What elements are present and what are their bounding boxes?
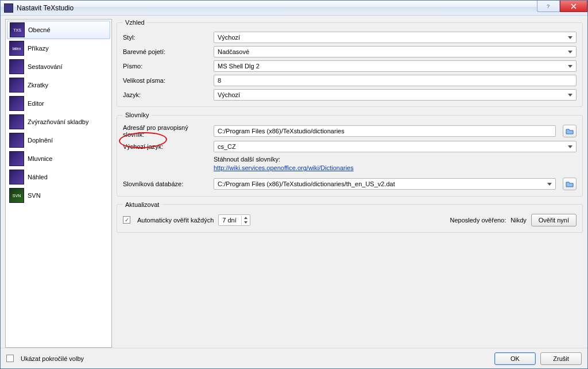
sidebar-item-shortcuts[interactable]: Zkratky [7,76,110,94]
sidebar-item-label: Editor [28,100,44,107]
commands-icon: latex [9,41,24,56]
dictionaries-legend: Slovníky [123,112,152,118]
sidebar-item-label: Obecné [28,26,51,33]
dictdir-browse-button[interactable] [563,125,577,137]
sidebar-item-preview[interactable]: Náhled [7,168,110,186]
sidebar-item-build[interactable]: Sestavování [7,57,110,76]
shortcuts-icon [9,78,24,93]
help-button[interactable]: ? [537,1,560,12]
lang-label: Jazyk: [123,91,210,98]
db-label: Slovníková databáze: [123,180,210,187]
cancel-button[interactable]: Zrušit [540,352,582,365]
dialog-footer: Ukázat pokročilé volby OK Zrušit [1,348,587,368]
deflang-select[interactable]: cs_CZ [214,141,577,152]
syntax-icon [9,114,24,129]
appearance-group: Vzhled Styl: Výchozí Barevné pojetí: Nad… [117,19,583,107]
download-link[interactable]: http://wiki.services.openoffice.org/wiki… [214,164,354,171]
check-now-button[interactable]: Ověřit nyní [531,214,577,226]
dictdir-input[interactable]: C:/Program Files (x86)/TeXstudio/diction… [214,125,556,137]
sidebar-item-grammar[interactable]: Mluvnice [7,149,110,168]
color-select[interactable]: Nadčasové [214,46,577,57]
sidebar-item-completion[interactable]: Doplnění [7,131,110,149]
lastcheck-label: Neposledy ověřeno: [450,217,506,224]
advanced-label: Ukázat pokročilé volby [21,355,84,362]
spin-up-icon[interactable] [241,216,249,220]
sidebar-item-syntax[interactable]: Zvýrazňování skladby [7,113,110,131]
sidebar-item-label: SVN [28,192,41,199]
sidebar-item-commands[interactable]: latex Příkazy [7,39,110,57]
settings-window: Nastavit TeXstudio ? TXS Obecné latex Př… [0,0,588,369]
titlebar: Nastavit TeXstudio ? [1,1,587,16]
appearance-legend: Vzhled [123,19,147,26]
sidebar-item-label: Zkratky [28,82,48,89]
fontsize-label: Velikost písma: [123,77,210,84]
sidebar-item-general[interactable]: TXS Obecné [7,21,110,39]
autocheck-checkbox[interactable] [123,216,130,224]
font-label: Písmo: [123,63,210,70]
interval-spinbox[interactable]: 7 dní [218,214,250,226]
sidebar-item-label: Náhled [28,174,48,180]
sidebar-item-label: Doplnění [28,137,53,144]
sidebar-item-editor[interactable]: Editor [7,94,110,113]
dictdir-label: Adresář pro pravopisný slovník: [123,124,210,138]
download-label: Stáhnout další slovníky: [214,155,577,164]
download-dictionaries: Stáhnout další slovníky: http://wiki.ser… [214,155,577,173]
ok-button[interactable]: OK [494,352,536,365]
db-browse-button[interactable] [563,178,577,190]
folder-open-icon [566,128,574,134]
advanced-checkbox[interactable] [6,355,14,362]
build-icon [9,59,24,74]
preview-icon [9,170,24,184]
window-title: Nastavit TeXstudio [17,4,537,12]
folder-open-icon [566,180,574,187]
deflang-label: Výchozí jazyk: [123,143,210,150]
general-icon: TXS [10,22,25,37]
content-panel: Vzhled Styl: Výchozí Barevné pojetí: Nad… [117,19,583,348]
svg-text:?: ? [547,3,550,9]
sidebar-item-label: Mluvnice [28,155,52,162]
update-group: Aktualizovat Automaticky ověřit každých … [117,201,583,233]
color-label: Barevné pojetí: [123,48,210,55]
lastcheck-value: Nikdy [510,217,527,224]
svn-icon: SVN [9,188,24,203]
sidebar-item-svn[interactable]: SVN SVN [7,186,110,205]
update-legend: Aktualizovat [123,201,161,208]
db-select[interactable]: C:/Program Files (x86)/TeXstudio/diction… [214,178,556,190]
fontsize-input[interactable]: 8 [214,75,577,86]
app-icon [4,3,13,13]
sidebar-item-label: Sestavování [28,63,63,70]
style-select[interactable]: Výchozí [214,32,577,43]
dictionaries-group: Slovníky Adresář pro pravopisný slovník:… [117,112,583,197]
sidebar-item-label: Příkazy [28,45,49,52]
completion-icon [9,133,24,148]
window-buttons: ? [537,1,587,15]
autocheck-label: Automaticky ověřit každých [137,217,214,224]
lang-select[interactable]: Výchozí [214,89,577,101]
editor-icon [9,96,24,111]
font-select[interactable]: MS Shell Dlg 2 [214,60,577,72]
category-sidebar: TXS Obecné latex Příkazy Sestavování Zkr… [5,19,112,348]
close-button[interactable] [560,1,587,12]
style-label: Styl: [123,34,210,41]
sidebar-item-label: Zvýrazňování skladby [28,118,88,125]
grammar-icon [9,151,24,166]
spin-down-icon[interactable] [241,220,249,225]
